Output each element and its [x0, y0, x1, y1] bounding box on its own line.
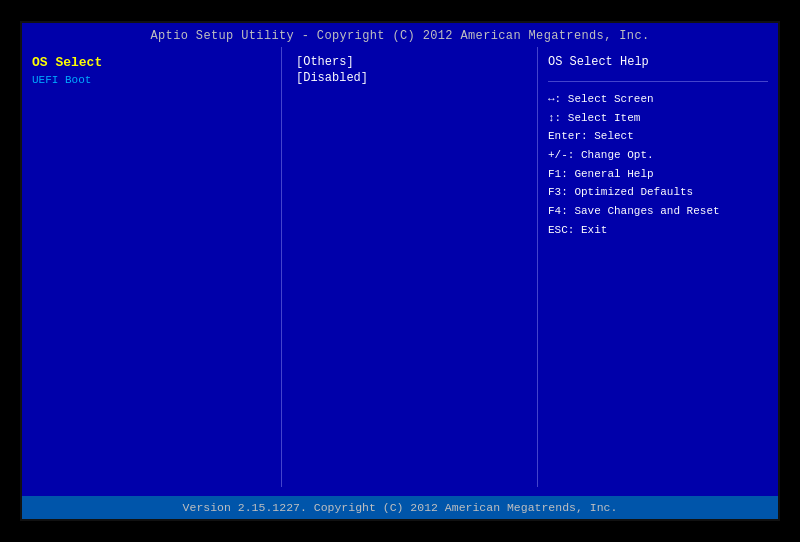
help-title: OS Select Help — [548, 55, 768, 69]
bios-screen: Aptio Setup Utility - Copyright (C) 2012… — [20, 21, 780, 521]
divider — [548, 81, 768, 82]
shortcut-item: ↔: Select Screen — [548, 90, 768, 109]
left-panel: OS Select UEFI Boot — [22, 47, 282, 487]
header-title: Aptio Setup Utility - Copyright (C) 2012… — [150, 29, 649, 43]
footer-text: Version 2.15.1227. Copyright (C) 2012 Am… — [183, 501, 618, 514]
shortcut-list: ↔: Select Screen↕: Select ItemEnter: Sel… — [548, 90, 768, 240]
shortcut-item: F4: Save Changes and Reset — [548, 202, 768, 221]
content-area: OS Select UEFI Boot [Others] [Disabled] … — [22, 47, 778, 487]
option-others[interactable]: [Others] — [296, 55, 523, 69]
shortcut-item: F1: General Help — [548, 165, 768, 184]
right-panel: OS Select Help ↔: Select Screen↕: Select… — [538, 47, 778, 487]
shortcut-item: ESC: Exit — [548, 221, 768, 240]
bottom-bar: Version 2.15.1227. Copyright (C) 2012 Am… — [22, 496, 778, 519]
shortcut-item: F3: Optimized Defaults — [548, 183, 768, 202]
section-subtitle: UEFI Boot — [32, 74, 271, 86]
top-bar: Aptio Setup Utility - Copyright (C) 2012… — [22, 23, 778, 47]
section-title: OS Select — [32, 55, 271, 70]
shortcut-item: ↕: Select Item — [548, 109, 768, 128]
middle-panel: [Others] [Disabled] — [282, 47, 538, 487]
option-disabled[interactable]: [Disabled] — [296, 71, 523, 85]
shortcut-item: +/-: Change Opt. — [548, 146, 768, 165]
shortcut-item: Enter: Select — [548, 127, 768, 146]
